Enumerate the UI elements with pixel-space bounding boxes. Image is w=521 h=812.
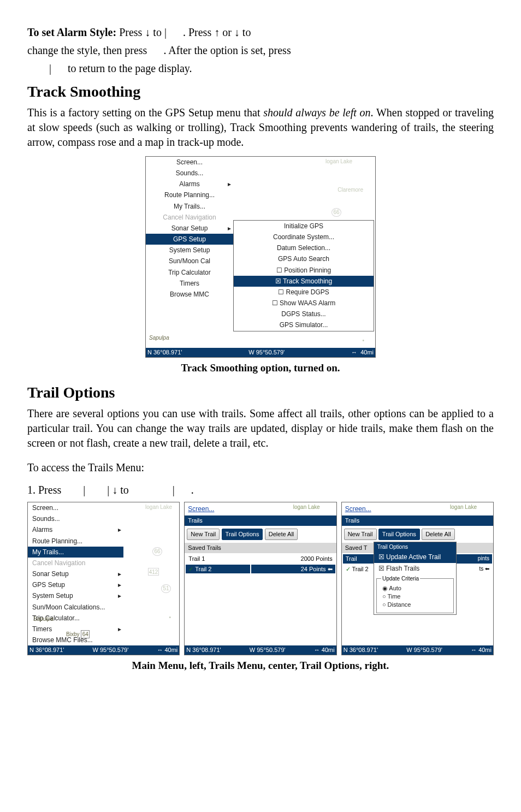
status2-scale: 40mi [164, 647, 177, 653]
menu-item[interactable]: Timers [146, 278, 233, 289]
delete-all-button-2[interactable]: Delete All [422, 529, 454, 540]
map2-hwy412: 412 [148, 568, 159, 576]
new-trail-button[interactable]: New Trail [187, 529, 220, 540]
table-row[interactable]: Trail 224 Points ⬅ [186, 565, 335, 574]
menu-item[interactable]: Sonar Setup [146, 223, 233, 234]
trail-options-button-2[interactable]: Trail Options [378, 529, 420, 540]
submenu-item[interactable]: Datum Selection... [234, 242, 374, 253]
bolt-icon: ⬅ [485, 566, 489, 572]
map2-logan: logan Lake [145, 503, 172, 511]
submenu-item[interactable]: GPS Auto Search [234, 253, 374, 264]
status-lon: W 95°50.579' [248, 348, 285, 357]
menu-item[interactable]: Sounds... [146, 168, 233, 179]
radio-distance[interactable]: Distance [381, 601, 449, 609]
trail-row-2-ts: ts [479, 566, 483, 572]
menu-item[interactable]: Browse MMC [146, 289, 233, 300]
screenshot-trail-options: Screen... logan Lake Trails New Trail Tr… [341, 502, 494, 655]
menu-item[interactable]: Alarms [28, 524, 123, 535]
submenu-item[interactable]: Require DGPS [234, 287, 374, 298]
menu-item[interactable]: Sonar Setup [28, 568, 123, 579]
step1-a: 1. Press [27, 484, 64, 496]
trails-title-2: Trails [342, 515, 493, 526]
menu-item[interactable]: GPS Setup [28, 579, 123, 590]
track-text-1: This is a factory setting on the GPS Set… [27, 106, 263, 118]
menu-item[interactable]: My Trails... [146, 201, 233, 212]
pipe-4: | [107, 484, 109, 496]
radio-auto[interactable]: Auto [381, 584, 449, 592]
table-row[interactable]: Trail 12000 Points [186, 554, 335, 564]
radio-time[interactable]: Time [381, 592, 449, 601]
menu-item[interactable]: Trip Calculator [146, 267, 233, 278]
menu-item[interactable]: Screen... [146, 157, 233, 168]
pipe-3: | [83, 484, 85, 496]
submenu-item[interactable]: DGPS Status... [234, 309, 374, 319]
caption-track-smoothing: Track Smoothing option, turned on. [27, 361, 494, 375]
menu-item[interactable]: Screen... [28, 502, 123, 513]
menu-item[interactable]: GPS Setup [146, 234, 233, 245]
status-bar-4: N 36°08.971' W 95°50.579' ↔ 40mi [342, 645, 493, 655]
map2-hwy64: 64 [81, 630, 90, 639]
delete-all-button[interactable]: Delete All [265, 529, 298, 540]
status2-lon: W 95°50.579' [92, 646, 128, 654]
submenu-item[interactable]: Show WAAS Alarm [234, 298, 374, 309]
submenu-item[interactable]: GPS Simulator... [234, 319, 374, 330]
bolt-icon: ⬅ [328, 566, 333, 572]
map-label-sapulpa: Sapulpa [149, 334, 169, 342]
status3-arrow-icon: ↔ [314, 647, 320, 653]
highway-shield-66: 66 [331, 208, 341, 217]
submenu-item[interactable]: Coordinate System... [234, 232, 374, 242]
menu-item: Cancel Navigation [28, 558, 123, 568]
menu-item[interactable]: My Trails... [28, 547, 123, 558]
status-bar: N 36°08.971' W 95°50.579' ↔ 40mi [146, 348, 375, 357]
opt-flash-trails[interactable]: Flash Trails [374, 563, 456, 574]
alarm-style-label: To set Alarm Style: [27, 26, 116, 38]
menu-item[interactable]: Alarms [146, 179, 233, 189]
status2-arrow-icon: ↔ [157, 647, 163, 653]
status4-lon: W 95°50.579' [406, 646, 442, 654]
map-label-logan: logan Lake [325, 158, 352, 165]
alarm-text-1: Press ↓ to [119, 26, 164, 38]
screenshot-trails-menu: Screen... logan Lake Trails New Trail Tr… [184, 502, 336, 655]
status-arrow-icon: ↔ [351, 349, 357, 355]
screenshot-main-menu: Screen...Sounds...AlarmsRoute Planning..… [27, 502, 180, 655]
menu-item[interactable]: Route Planning... [146, 189, 233, 200]
pipe-5: | [173, 484, 175, 496]
access-trails-label: To access the Trails Menu: [27, 460, 494, 475]
alarm-text-4: . After the option is set, press [163, 44, 291, 56]
menu-item: Cancel Navigation [146, 212, 233, 223]
status-scale: 40mi [360, 349, 374, 355]
alarm-text-2: . Press ↑ or ↓ to [183, 26, 251, 38]
map2-hwy51: 51 [161, 584, 171, 593]
heading-trail-options: Trail Options [27, 382, 494, 403]
menu-item[interactable]: System Setup [146, 245, 233, 256]
new-trail-button-2[interactable]: New Trail [344, 529, 377, 540]
pipe-1: | [164, 26, 167, 38]
map2-hwy66: 66 [152, 547, 162, 556]
submenu-item[interactable]: Track Smoothing [234, 276, 374, 287]
submenu-item[interactable]: Position Pinning [234, 265, 374, 276]
update-criteria-label: Update Criteria [381, 575, 420, 583]
alarm-text-5: to return to the page display. [68, 62, 192, 74]
status-lat: N 36°08.971' [147, 348, 182, 357]
track-text-italic: should always be left on [263, 106, 370, 118]
menu-item[interactable]: Sounds... [28, 513, 123, 524]
map-label-claremore: Claremore [338, 186, 363, 194]
trail-options-button[interactable]: Trail Options [222, 529, 263, 540]
trail-options-popup: Trail Options Update Active Trail Flash … [374, 542, 457, 615]
trail-row-2[interactable]: Trail 2 [346, 566, 369, 572]
menu-item[interactable]: Sun/Moon Cal [146, 256, 233, 266]
map2-sapulpa: Sapulpa [33, 616, 54, 622]
opt-update-active-trail[interactable]: Update Active Trail [374, 552, 456, 562]
status4-scale: 40mi [478, 647, 492, 653]
trails-title: Trails [185, 515, 336, 526]
status3-lat: N 36°08.971' [186, 646, 221, 654]
menu-item[interactable]: Sun/Moon Calculations... [28, 602, 123, 613]
status3-scale: 40mi [322, 647, 335, 653]
menu-item[interactable]: Route Planning... [28, 536, 123, 547]
status3-lon: W 95°50.579' [250, 646, 286, 654]
menu-item[interactable]: System Setup [28, 590, 123, 601]
submenu-item[interactable]: Initialize GPS [234, 221, 374, 232]
status-bar-2: N 36°08.971' W 95°50.579' ↔ 40mi [28, 645, 179, 655]
pipe-2: | [49, 62, 51, 74]
status4-lat: N 36°08.971' [344, 646, 378, 654]
